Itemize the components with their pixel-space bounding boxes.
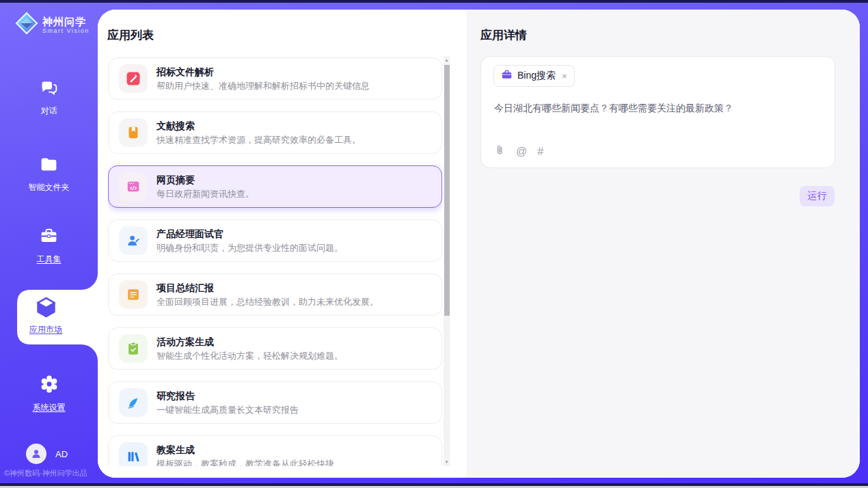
close-icon[interactable]: × [562, 71, 567, 81]
scroll-up-icon[interactable]: ▲ [444, 56, 450, 64]
sidebar-item-label: 智能文件夹 [29, 182, 70, 193]
app-list-panel: 应用列表 招标文件解析 帮助用户快速、准确地理解和解析招标书中的关键信息 文献搜… [98, 10, 467, 478]
folder-icon [39, 154, 59, 177]
at-icon[interactable]: @ [516, 146, 527, 157]
scroll-down-icon[interactable]: ▼ [444, 458, 450, 466]
research-report-icon [119, 388, 148, 417]
gear-icon [39, 374, 59, 397]
app-card[interactable]: 活动方案生成 智能生成个性化活动方案，轻松解决规划难题。 [108, 327, 442, 370]
app-card[interactable]: 招标文件解析 帮助用户快速、准确地理解和解析招标书中的关键信息 [108, 57, 442, 100]
prompt-input[interactable]: 今日湖北有哪些新闻要点？有哪些需要关注的最新政策？ [494, 102, 821, 115]
app-card-title: 教案生成 [157, 444, 334, 455]
tool-chip-bing-search[interactable]: Bing搜索 × [493, 65, 575, 87]
bid-doc-icon [119, 64, 148, 93]
app-card-title: 文献搜索 [157, 120, 361, 131]
app-card-title: 研究报告 [157, 390, 299, 401]
paperclip-icon[interactable] [494, 144, 506, 158]
prompt-toolbar: @ # [494, 144, 543, 158]
scrollbar-thumb[interactable] [444, 65, 450, 316]
app-card-desc: 明确身份和职责，为您提供专业性的面试问题。 [157, 243, 343, 253]
main-content: 应用列表 招标文件解析 帮助用户快速、准确地理解和解析招标书中的关键信息 文献搜… [98, 10, 860, 478]
app-card-title: 产品经理面试官 [157, 228, 343, 239]
app-list-title: 应用列表 [107, 27, 154, 43]
literature-search-icon [119, 118, 148, 147]
top-border [0, 0, 868, 3]
sidebar-item-label: 应用市场 [29, 324, 62, 336]
project-summary-icon [119, 280, 148, 309]
logo-subtitle: Smart Vision [42, 27, 90, 34]
app-card[interactable]: 项目总结汇报 全面回顾项目进展，总结经验教训，助力未来优化发展。 [108, 273, 442, 316]
app-card[interactable]: 研究报告 一键智能生成高质量长文本研究报告 [108, 381, 442, 424]
sidebar-item-label: 工具集 [37, 254, 62, 265]
sidebar-item-settings[interactable]: 系统设置 [0, 374, 98, 414]
sidebar-item-app-market[interactable]: 应用市场 [0, 296, 92, 336]
app-card-desc: 一键智能生成高质量长文本研究报告 [157, 405, 299, 415]
toolbox-icon [39, 226, 59, 249]
user-account[interactable]: AD [26, 444, 68, 464]
sidebar-item-toolset[interactable]: 工具集 [0, 226, 98, 265]
avatar [26, 444, 46, 464]
sidebar-item-label: 系统设置 [33, 402, 66, 414]
run-button[interactable]: 运行 [800, 186, 835, 206]
app-card-title: 网页摘要 [157, 174, 254, 185]
pm-interviewer-icon [119, 226, 148, 255]
app-card-desc: 模板驱动，教案秒成，教学准备从此轻松快捷 [157, 459, 334, 466]
app-card-desc: 智能生成个性化活动方案，轻松解决规划难题。 [157, 351, 343, 361]
event-plan-icon [119, 334, 148, 363]
app-card[interactable]: 网页摘要 每日政府新闻资讯快查。 [108, 165, 442, 208]
sidebar-item-chat[interactable]: 对话 [0, 78, 98, 117]
logo-diamond-icon [13, 10, 40, 40]
sidebar-item-smart-folder[interactable]: 智能文件夹 [0, 154, 98, 193]
sidebar-item-label: 对话 [41, 105, 57, 117]
sidebar: 神州问学 Smart Vision 对话 智能文件夹 工具集 [0, 3, 98, 483]
app-card[interactable]: 产品经理面试官 明确身份和职责，为您提供专业性的面试问题。 [108, 219, 442, 262]
app-card-desc: 全面回顾项目进展，总结经验教训，助力未来优化发展。 [157, 297, 379, 307]
app-detail-title: 应用详情 [480, 27, 527, 43]
prompt-card[interactable]: Bing搜索 × 今日湖北有哪些新闻要点？有哪些需要关注的最新政策？ @ # [480, 56, 835, 168]
user-initials: AD [55, 449, 68, 459]
cube-icon [35, 296, 57, 321]
app-card[interactable]: 文献搜索 快速精准查找学术资源，提高研究效率的必备工具。 [108, 111, 442, 154]
app-card-title: 招标文件解析 [157, 66, 370, 77]
copyright-footer: ©神州数码·神州问学出品 [4, 468, 98, 478]
lesson-plan-icon [119, 442, 148, 466]
app-window: 应用列表 招标文件解析 帮助用户快速、准确地理解和解析招标书中的关键信息 文献搜… [0, 0, 868, 488]
app-card-desc: 快速精准查找学术资源，提高研究效率的必备工具。 [157, 135, 361, 145]
briefcase-icon [501, 69, 513, 83]
app-card-desc: 帮助用户快速、准确地理解和解析招标书中的关键信息 [157, 81, 370, 91]
app-card-desc: 每日政府新闻资讯快查。 [157, 189, 254, 199]
app-logo: 神州问学 Smart Vision [13, 10, 90, 40]
app-list: 招标文件解析 帮助用户快速、准确地理解和解析招标书中的关键信息 文献搜索 快速精… [108, 57, 442, 466]
app-detail-panel: 应用详情 Bing搜索 × 今日湖北有哪些新闻要点？有哪些需要关注的最新政策？ … [467, 10, 860, 478]
logo-title: 神州问学 [42, 16, 90, 27]
chat-icon [39, 78, 59, 100]
app-card-title: 项目总结汇报 [157, 282, 379, 293]
tool-chip-label: Bing搜索 [517, 70, 556, 82]
app-card-title: 活动方案生成 [157, 336, 343, 347]
hash-icon[interactable]: # [537, 146, 543, 157]
list-scrollbar[interactable]: ▲ ▼ [444, 56, 450, 466]
app-card[interactable]: 教案生成 模板驱动，教案秒成，教学准备从此轻松快捷 [108, 435, 442, 466]
web-summary-icon [119, 172, 148, 201]
